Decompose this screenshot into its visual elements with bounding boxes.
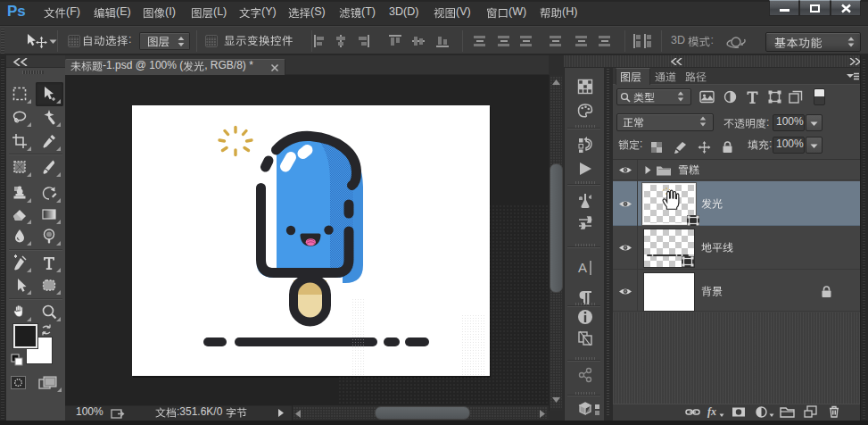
svg-text:A: A bbox=[578, 260, 587, 275]
